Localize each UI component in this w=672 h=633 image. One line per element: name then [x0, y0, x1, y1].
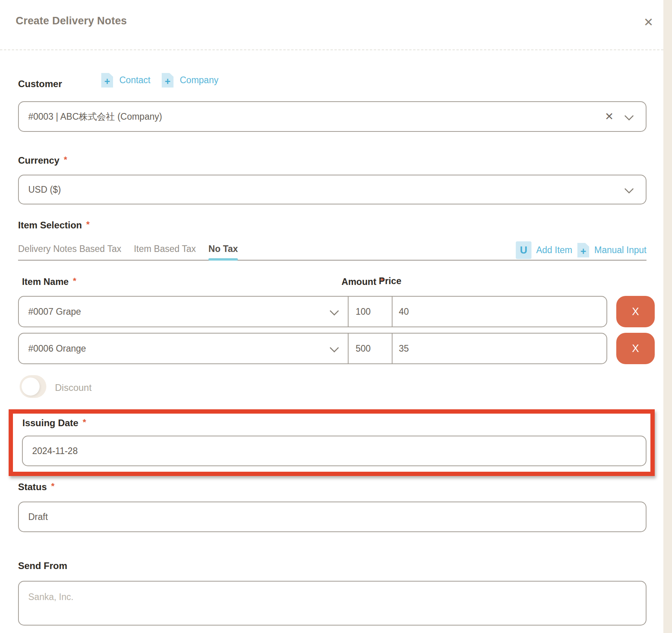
header-divider	[0, 49, 663, 50]
tab-item-based-tax[interactable]: Item Based Tax	[134, 244, 196, 257]
add-item-button[interactable]: U Add Item	[516, 241, 572, 259]
item-selection-required-mark: *	[86, 219, 90, 229]
item-chevron-down-icon	[330, 306, 339, 316]
customer-select[interactable]: #0003 | ABC株式会社 (Company) ✕	[18, 101, 646, 132]
issuing-date-input[interactable]: 2024-11-28	[22, 436, 646, 466]
price-value: 40	[399, 306, 409, 317]
amount-input[interactable]: 100	[348, 297, 392, 327]
item-name-select[interactable]: #0007 Grape	[19, 297, 348, 327]
customer-label: Customer	[18, 78, 62, 89]
add-company-button[interactable]: + Company	[162, 73, 218, 88]
page-edge-strip	[663, 0, 672, 633]
item-row: #0007 Grape 100 40	[18, 296, 607, 327]
currency-select[interactable]: USD ($)	[18, 175, 646, 204]
add-item-bag-icon: U	[516, 241, 531, 259]
amount-input[interactable]: 500	[348, 334, 392, 363]
toggle-knob	[22, 378, 40, 396]
customer-chevron-down-icon[interactable]	[622, 102, 634, 131]
amount-value: 100	[356, 306, 371, 317]
tab-delivery-notes-based-tax[interactable]: Delivery Notes Based Tax	[18, 244, 121, 257]
add-contact-icon: +	[101, 73, 113, 88]
item-name-value: #0006 Orange	[28, 343, 86, 354]
issuing-date-required-mark: *	[83, 417, 86, 427]
add-contact-button[interactable]: + Contact	[101, 73, 150, 88]
add-company-label: Company	[180, 75, 218, 86]
manual-input-label: Manual Input	[594, 245, 646, 255]
item-selection-label: Item Selection*	[18, 219, 89, 231]
amount-column-header: Amount*	[341, 276, 384, 287]
item-chevron-down-icon	[330, 343, 339, 352]
currency-required-mark: *	[64, 155, 67, 164]
send-from-input[interactable]: Sanka, Inc.	[18, 581, 646, 626]
remove-x-icon: X	[632, 306, 639, 318]
tax-tabs-bar: Delivery Notes Based Tax Item Based Tax …	[18, 240, 646, 261]
discount-toggle[interactable]	[20, 375, 46, 398]
item-name-column-header: Item Name*	[22, 276, 76, 287]
price-input[interactable]: 40	[392, 297, 606, 327]
manual-input-button[interactable]: + Manual Input	[577, 243, 646, 257]
status-required-mark: *	[51, 481, 55, 491]
issuing-date-highlight-rect: Issuing Date* 2024-11-28	[9, 409, 655, 476]
status-input[interactable]: Draft	[18, 502, 646, 532]
tab-no-tax[interactable]: No Tax	[208, 244, 238, 257]
create-delivery-notes-modal: Create Delivery Notes ✕ Customer + Conta…	[0, 0, 672, 633]
currency-chevron-down-icon[interactable]	[622, 175, 634, 204]
close-icon: ✕	[643, 15, 653, 29]
item-row: #0006 Orange 500 35	[18, 333, 607, 364]
remove-x-icon: X	[632, 343, 639, 355]
price-input[interactable]: 35	[392, 334, 606, 363]
send-from-label: Send From	[18, 560, 67, 571]
manual-input-plus-icon: +	[577, 243, 589, 257]
status-value: Draft	[19, 512, 48, 522]
remove-item-button[interactable]: X	[616, 333, 655, 364]
price-value: 35	[399, 343, 409, 354]
discount-label: Discount	[55, 382, 91, 393]
add-company-icon: +	[162, 73, 173, 88]
customer-value: #0003 | ABC株式会社 (Company)	[19, 111, 162, 123]
add-contact-label: Contact	[119, 75, 150, 86]
currency-value: USD ($)	[19, 184, 61, 195]
remove-item-button[interactable]: X	[616, 296, 655, 327]
issuing-date-value: 2024-11-28	[23, 446, 78, 456]
issuing-date-label: Issuing Date*	[22, 417, 86, 429]
customer-clear-icon[interactable]: ✕	[603, 102, 615, 131]
add-item-label: Add Item	[536, 245, 572, 255]
send-from-placeholder: Sanka, Inc.	[19, 582, 73, 602]
page-title: Create Delivery Notes	[16, 15, 127, 27]
amount-value: 500	[356, 343, 371, 354]
close-button[interactable]: ✕	[641, 15, 656, 29]
item-name-required-mark: *	[73, 276, 77, 286]
item-name-select[interactable]: #0006 Orange	[19, 334, 348, 363]
price-column-header: Price	[379, 276, 402, 286]
item-name-value: #0007 Grape	[28, 306, 81, 317]
currency-label: Currency*	[18, 155, 67, 166]
status-label: Status*	[18, 481, 55, 493]
